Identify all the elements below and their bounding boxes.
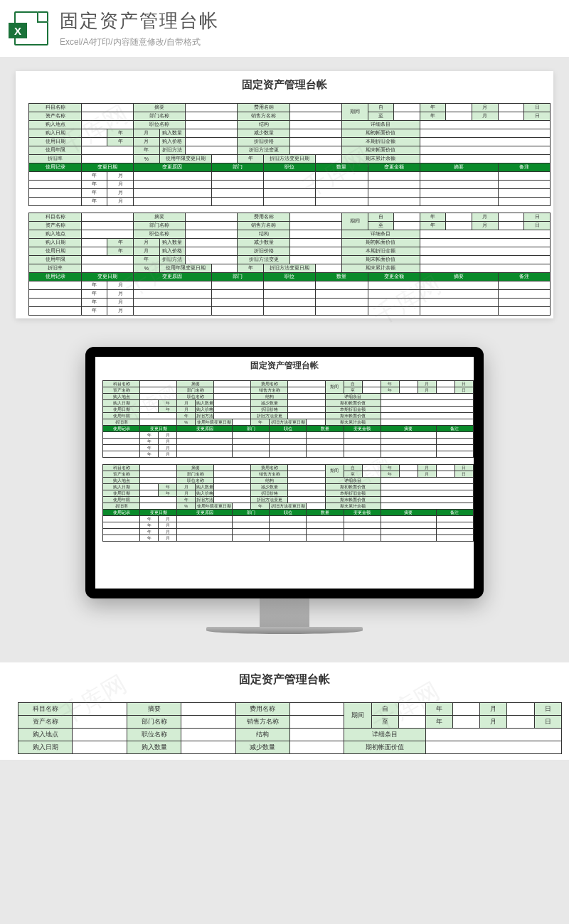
monitor-stand-neck	[260, 598, 309, 627]
table-row: 年月	[95, 445, 474, 451]
col-change-reason: 变更原因	[177, 426, 233, 432]
label-from: 自	[344, 381, 362, 387]
label-buy-place: 购入地点	[103, 394, 140, 400]
label-close-remain: 期末帐面价值	[325, 413, 381, 419]
label-period: 期间	[344, 703, 371, 729]
col-remark: 备注	[436, 426, 473, 432]
label-department: 部门名称	[127, 716, 181, 729]
table-row: 年月	[95, 451, 474, 458]
label-dep-method-change: 折旧方法变更	[251, 413, 288, 419]
table-row: 年月	[18, 298, 551, 306]
col-summary: 摘要	[381, 426, 436, 432]
col-position: 职位	[270, 426, 307, 432]
label-position: 职位名称	[177, 394, 214, 400]
label-accum-dep: 期末累计余额	[325, 419, 381, 426]
col-change-amount: 变更金额	[344, 426, 381, 432]
table-row: 年月	[95, 516, 474, 522]
label-buy-qty: 购入数量	[127, 741, 181, 754]
col-use-record: 使用记录	[103, 426, 140, 432]
table-row: 年月	[18, 180, 551, 188]
asset-table-crop: 科目名称 摘要 费用名称 期间 自年月日 资产名称 部门名称 销售方名称 至年月…	[7, 690, 562, 755]
label-seller: 销售方名称	[235, 716, 289, 729]
label-dep-method-change: 折旧方法变更	[238, 146, 289, 154]
label-subject: 科目名称	[103, 381, 140, 387]
label-cur-dep: 本期折旧金额	[325, 407, 381, 413]
label-reduce-qty: 减少数量	[238, 129, 289, 137]
label-from: 自	[368, 103, 394, 112]
col-use-record: 使用记录	[29, 163, 81, 171]
label-detail: 详细条目	[325, 394, 381, 400]
label-open-remain: 期初帐面价值	[325, 400, 381, 407]
product-subtitle: Excel/A4打印/内容随意修改/自带格式	[60, 36, 219, 48]
label-pct: %	[133, 154, 159, 163]
label-use-year-change-date: 使用年限变更日期	[196, 419, 233, 426]
template-preview-flat: 千库网 千库网 千库网 千库网 固定资产管理台帐 科目名称 摘要 费用名称 期间…	[16, 71, 553, 318]
label-to: 至	[344, 387, 362, 394]
sheet-title: 固定资产管理台帐	[7, 668, 562, 690]
label-pct: %	[177, 419, 196, 426]
label-structure: 结构	[251, 394, 288, 400]
col-change-date: 变更日期	[140, 426, 177, 432]
label-period: 期间	[325, 381, 344, 394]
label-reduce-qty: 减少数量	[235, 741, 289, 754]
label-use-years: 使用年限	[103, 413, 140, 419]
label-detail: 详细条目	[344, 729, 426, 741]
col-summary: 摘要	[420, 163, 498, 171]
label-from: 自	[371, 703, 398, 716]
col-department: 部门	[233, 426, 270, 432]
table-row: 年月	[18, 289, 551, 298]
label-buy-date: 购入日期	[29, 129, 81, 137]
label-asset-name: 资产名称	[29, 112, 81, 120]
sheet-title: 固定资产管理台帐	[18, 74, 551, 95]
excel-icon	[14, 11, 48, 45]
label-day: 日	[534, 703, 561, 716]
col-change-amount: 变更金额	[368, 163, 420, 171]
col-position: 职位	[264, 163, 316, 171]
label-buy-place: 购入地点	[18, 729, 73, 741]
template-preview-crop: 千库网 千库网 固定资产管理台帐 科目名称 摘要 费用名称 期间 自年月日 资产…	[0, 662, 569, 761]
label-subject: 科目名称	[29, 103, 81, 112]
label-use-date: 使用日期	[29, 137, 81, 146]
col-change-date: 变更日期	[81, 163, 133, 171]
label-dep-method: 折旧方法	[196, 413, 214, 419]
col-department: 部门	[211, 163, 263, 171]
table-row: 年月	[18, 197, 551, 205]
label-structure: 结构	[238, 120, 289, 129]
label-position: 职位名称	[127, 729, 181, 741]
table-row: 年月	[18, 188, 551, 197]
table-row: 年月	[95, 522, 474, 529]
label-dep-method: 折旧方法	[159, 146, 186, 154]
label-buy-price: 购入价格	[159, 137, 186, 146]
col-qty: 数量	[316, 163, 368, 171]
table-row: 年月	[95, 529, 474, 535]
col-change-reason: 变更原因	[133, 163, 211, 171]
label-detail: 详细条目	[341, 120, 420, 129]
label-month: 月	[480, 703, 507, 716]
label-expense: 费用名称	[251, 381, 288, 387]
label-seller: 销售方名称	[251, 387, 288, 394]
col-remark: 备注	[498, 163, 550, 171]
label-summary: 摘要	[127, 703, 181, 716]
label-dep-method-change-date: 折旧方法变更日期	[264, 154, 316, 163]
label-department: 部门名称	[133, 112, 185, 120]
label-accum-dep: 期末累计余额	[341, 154, 420, 163]
table-row: 年月	[95, 535, 474, 542]
label-buy-qty: 购入数量	[159, 129, 186, 137]
monitor-stand-base	[206, 627, 363, 634]
table-row: 年月	[18, 281, 551, 289]
label-year: 年	[425, 703, 452, 716]
label-buy-date: 购入日期	[18, 741, 73, 754]
asset-table: 科目名称 摘要 费用名称 期间 自年月日 资产名称 部门名称 销售方名称 至年月…	[95, 375, 474, 542]
label-buy-qty: 购入数量	[196, 400, 214, 407]
label-buy-place: 购入地点	[29, 120, 81, 129]
label-structure: 结构	[235, 729, 289, 741]
label-summary: 摘要	[177, 381, 214, 387]
label-asset-name: 资产名称	[103, 387, 140, 394]
label-reduce-qty: 减少数量	[251, 400, 288, 407]
label-summary: 摘要	[133, 103, 185, 112]
asset-table: 科目名称 摘要 费用名称 期间 自年月日 资产名称 部门名称 销售方名称 至年月…	[18, 95, 551, 316]
product-title: 固定资产管理台帐	[60, 9, 219, 33]
label-dep-price: 折旧价格	[251, 407, 288, 413]
label-seller: 销售方名称	[238, 112, 289, 120]
monitor-mockup: 千库网 千库网 固定资产管理台帐 科目名称 摘要 费用名称 期间 自年月日 资产…	[0, 347, 569, 634]
